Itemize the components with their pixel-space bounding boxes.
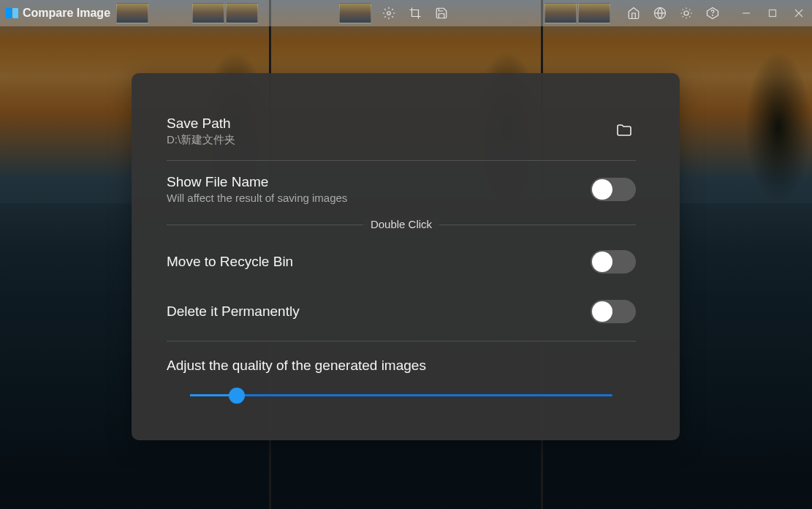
crop-button[interactable] (402, 0, 428, 26)
crop-icon (409, 7, 422, 20)
home-icon (627, 7, 640, 20)
svg-rect-6 (770, 10, 776, 17)
delete-permanent-row: Delete it Permanently (167, 287, 636, 336)
close-icon (794, 9, 803, 18)
minimize-button[interactable] (733, 0, 759, 26)
help-button[interactable] (699, 0, 726, 26)
move-recycle-toggle[interactable] (591, 250, 636, 274)
folder-icon (615, 121, 633, 139)
settings-panel: Save Path D:\新建文件夹 Show File Name Will a… (132, 73, 680, 440)
save-icon (435, 7, 448, 20)
web-button[interactable] (647, 0, 673, 26)
double-click-label: Double Click (363, 218, 439, 230)
svg-point-0 (387, 12, 391, 15)
thumbnail-strip-mid[interactable] (339, 3, 371, 23)
minimize-icon (742, 9, 751, 18)
move-recycle-row: Move to Recycle Bin (167, 233, 636, 287)
app-title: Compare Image (23, 7, 110, 20)
close-button[interactable] (786, 0, 812, 26)
quality-slider[interactable] (190, 394, 612, 396)
save-button[interactable] (428, 0, 455, 26)
thumbnail-strip-center[interactable] (192, 3, 258, 23)
settings-button[interactable] (376, 0, 402, 26)
double-click-section: Double Click Move to Recycle Bin Delete … (167, 225, 636, 336)
maximize-button[interactable] (759, 0, 786, 26)
help-icon (706, 7, 719, 20)
save-path-row: Save Path D:\新建文件夹 (167, 102, 636, 161)
thumbnail-strip-right[interactable] (545, 3, 610, 23)
quality-label: Adjust the quality of the generated imag… (167, 358, 636, 374)
home-button[interactable] (621, 0, 647, 26)
quality-row: Adjust the quality of the generated imag… (167, 341, 636, 396)
maximize-icon (768, 9, 777, 18)
move-recycle-label: Move to Recycle Bin (167, 254, 293, 270)
save-path-label: Save Path (167, 116, 235, 132)
gear-icon (382, 7, 395, 20)
title-bar: Compare Image (0, 0, 812, 26)
theme-button[interactable] (673, 0, 699, 26)
quality-slider-thumb[interactable] (229, 388, 245, 404)
show-filename-toggle[interactable] (591, 178, 636, 201)
svg-point-3 (684, 11, 688, 15)
globe-icon (653, 7, 667, 20)
svg-point-4 (713, 15, 713, 16)
delete-permanent-toggle[interactable] (591, 300, 636, 323)
thumbnail-strip-left[interactable] (116, 3, 148, 23)
save-path-value: D:\新建文件夹 (167, 133, 235, 147)
show-filename-label: Show File Name (167, 174, 347, 190)
sun-icon (680, 7, 693, 20)
show-filename-row: Show File Name Will affect the result of… (167, 161, 636, 217)
app-icon (6, 8, 18, 18)
browse-folder-button[interactable] (615, 121, 636, 142)
show-filename-sub: Will affect the result of saving images (167, 192, 347, 204)
delete-permanent-label: Delete it Permanently (167, 303, 300, 320)
